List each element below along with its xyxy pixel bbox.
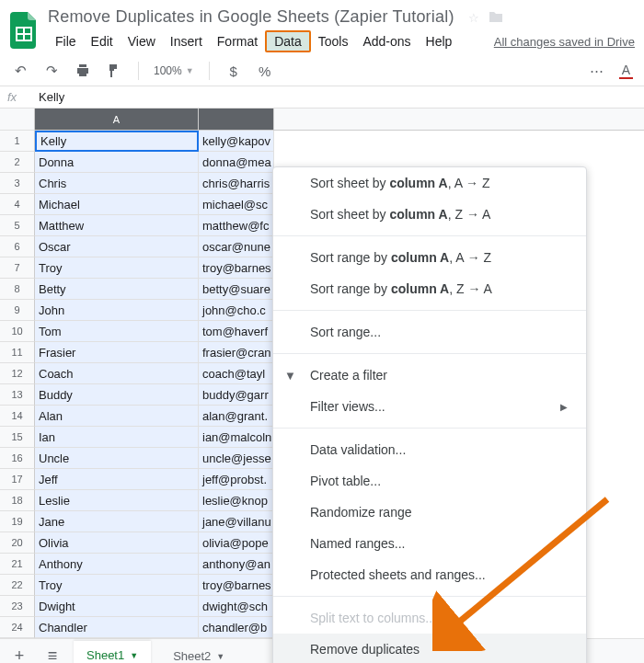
redo-icon[interactable]: ↷ — [42, 62, 61, 80]
row-header[interactable]: 17 — [0, 469, 35, 490]
percent-icon[interactable]: % — [256, 62, 274, 80]
cell[interactable]: Tom — [35, 321, 199, 342]
cell[interactable]: oscar@nune — [199, 236, 274, 257]
cell[interactable]: dwight@sch — [199, 596, 274, 617]
row-header[interactable]: 2 — [0, 152, 35, 173]
menu-tools[interactable]: Tools — [311, 30, 356, 52]
filter-views[interactable]: Filter views...▶ — [273, 391, 586, 422]
row-header[interactable]: 5 — [0, 215, 35, 236]
cell[interactable]: John — [35, 300, 199, 321]
cell[interactable]: Anthony — [35, 554, 199, 575]
cell[interactable]: Olivia — [35, 532, 199, 554]
protected-sheets[interactable]: Protected sheets and ranges... — [273, 559, 586, 590]
print-icon[interactable] — [74, 62, 92, 80]
cell[interactable]: kelly@kapov — [199, 131, 274, 152]
cell[interactable]: Betty — [35, 279, 199, 300]
cell[interactable]: Leslie — [35, 490, 199, 511]
cell[interactable]: john@cho.c — [199, 300, 274, 321]
row-header[interactable]: 19 — [0, 511, 35, 532]
menu-help[interactable]: Help — [419, 30, 460, 52]
cell[interactable]: Uncle — [35, 448, 199, 469]
cell[interactable]: leslie@knop — [199, 490, 274, 511]
chevron-down-icon[interactable]: ▼ — [130, 651, 138, 660]
sort-range-za[interactable]: Sort range by column A, Z → A — [273, 273, 586, 304]
more-icon[interactable]: ⋯ — [588, 62, 606, 80]
cell[interactable]: jeff@probst. — [199, 469, 274, 490]
row-header[interactable]: 20 — [0, 532, 35, 554]
cell[interactable]: Chris — [35, 173, 199, 194]
row-header[interactable]: 12 — [0, 363, 35, 384]
cell[interactable]: Frasier — [35, 342, 199, 363]
paint-format-icon[interactable] — [105, 62, 123, 80]
cell[interactable]: Troy — [35, 257, 199, 279]
cell[interactable]: Kelly — [35, 131, 199, 152]
doc-title[interactable]: Remove Duplicates in Google Sheets (Zapi… — [48, 7, 454, 26]
cell[interactable]: matthew@fc — [199, 215, 274, 236]
cell[interactable]: ian@malcoln — [199, 427, 274, 448]
col-header-b[interactable] — [199, 109, 274, 131]
data-validation[interactable]: Data validation... — [273, 434, 586, 465]
formula-input[interactable]: Kelly — [33, 90, 64, 104]
row-header[interactable]: 9 — [0, 300, 35, 321]
cell[interactable]: anthony@an — [199, 554, 274, 575]
cell[interactable]: troy@barnes — [199, 257, 274, 279]
row-header[interactable]: 21 — [0, 554, 35, 575]
row-header[interactable]: 18 — [0, 490, 35, 511]
row-header[interactable]: 16 — [0, 448, 35, 469]
cell[interactable]: alan@grant. — [199, 406, 274, 427]
cell[interactable]: troy@barnes — [199, 575, 274, 596]
row-header[interactable]: 22 — [0, 575, 35, 596]
menu-edit[interactable]: Edit — [84, 30, 121, 52]
cell[interactable]: chris@harris — [199, 173, 274, 194]
cell[interactable]: Jeff — [35, 469, 199, 490]
menu-data[interactable]: Data — [265, 30, 311, 52]
cell[interactable]: Michael — [35, 194, 199, 215]
add-sheet-button[interactable]: + — [7, 645, 31, 664]
cell[interactable]: frasier@cran — [199, 342, 274, 363]
cell[interactable]: betty@suare — [199, 279, 274, 300]
sheet-tab-2[interactable]: Sheet2▼ — [160, 642, 237, 663]
menu-addons[interactable]: Add-ons — [355, 30, 418, 52]
zoom-select[interactable]: 100%▼ — [154, 64, 194, 77]
cell[interactable]: Chandler — [35, 617, 199, 638]
cell[interactable]: Matthew — [35, 215, 199, 236]
cell[interactable]: michael@sc — [199, 194, 274, 215]
menu-view[interactable]: View — [121, 30, 163, 52]
col-header-rest[interactable] — [274, 109, 644, 131]
star-icon[interactable]: ☆ — [468, 11, 479, 25]
all-sheets-button[interactable]: ≡ — [40, 645, 64, 664]
row-header[interactable]: 8 — [0, 279, 35, 300]
row-header[interactable]: 1 — [0, 131, 35, 152]
row-header[interactable]: 6 — [0, 236, 35, 257]
remove-duplicates[interactable]: Remove duplicates — [273, 634, 586, 663]
save-status[interactable]: All changes saved in Drive — [494, 35, 635, 49]
currency-icon[interactable]: $ — [224, 62, 243, 80]
menu-file[interactable]: File — [48, 30, 84, 52]
cell[interactable]: Donna — [35, 152, 199, 173]
cell[interactable]: Buddy — [35, 384, 199, 406]
sort-sheet-az[interactable]: Sort sheet by column A, A → Z — [273, 167, 586, 199]
pivot-table[interactable]: Pivot table... — [273, 465, 586, 497]
menu-insert[interactable]: Insert — [163, 30, 210, 52]
cell[interactable]: uncle@jesse — [199, 448, 274, 469]
cell[interactable]: olivia@pope — [199, 532, 274, 554]
row-header[interactable]: 4 — [0, 194, 35, 215]
cell[interactable]: Troy — [35, 575, 199, 596]
row-header[interactable]: 13 — [0, 384, 35, 406]
cell[interactable]: tom@haverf — [199, 321, 274, 342]
sheets-logo[interactable] — [7, 8, 40, 52]
select-all-corner[interactable] — [0, 109, 35, 131]
cell[interactable]: coach@tayl — [199, 363, 274, 384]
cell[interactable]: Coach — [35, 363, 199, 384]
cell[interactable]: chandler@b — [199, 617, 274, 638]
menu-format[interactable]: Format — [210, 30, 265, 52]
sort-range[interactable]: Sort range... — [273, 316, 586, 348]
row-header[interactable]: 7 — [0, 257, 35, 279]
row-header[interactable]: 14 — [0, 406, 35, 427]
randomize-range[interactable]: Randomize range — [273, 497, 586, 528]
cell[interactable]: Dwight — [35, 596, 199, 617]
sort-sheet-za[interactable]: Sort sheet by column A, Z → A — [273, 199, 586, 230]
text-color-icon[interactable]: A — [619, 63, 633, 79]
undo-icon[interactable]: ↶ — [11, 62, 29, 80]
row-header[interactable]: 15 — [0, 427, 35, 448]
